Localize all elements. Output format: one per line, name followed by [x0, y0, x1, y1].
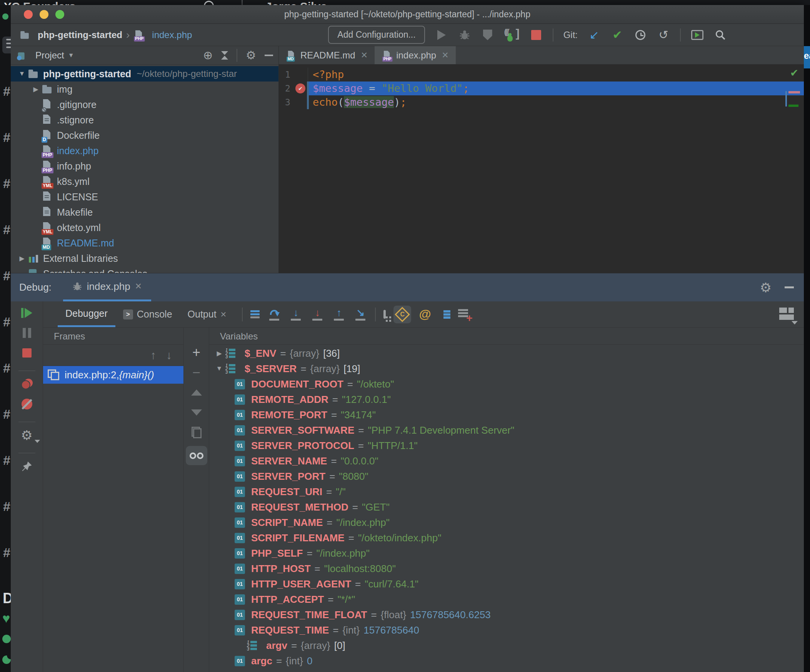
tree-item[interactable]: DDockerfile	[11, 128, 278, 143]
add-watch-icon[interactable]: +	[188, 346, 205, 359]
duplicate-icon[interactable]	[188, 426, 205, 439]
code-line[interactable]: 2✔$message = "Hello World";	[279, 81, 804, 95]
gutter[interactable]: 2✔	[279, 81, 308, 95]
revert-icon[interactable]: ↺	[657, 29, 670, 42]
close-icon[interactable]: ✕	[442, 51, 449, 61]
close-icon[interactable]: ✕	[361, 51, 368, 61]
search-everywhere-icon[interactable]	[714, 29, 727, 42]
debug-button[interactable]	[458, 29, 471, 42]
variable-row[interactable]: 01HTTP_ACCEPT="*/*"	[209, 592, 804, 607]
tab-debugger[interactable]: Debugger	[58, 301, 115, 327]
memory-view-icon[interactable]: @	[419, 307, 431, 322]
hide-panel-icon[interactable]	[265, 55, 273, 56]
close-icon[interactable]: ✕	[135, 281, 142, 291]
variable-row[interactable]: argv={array}[0]	[209, 638, 804, 653]
breadcrumb-project[interactable]: php-getting-started	[38, 30, 122, 40]
stripe-change-mark[interactable]	[788, 104, 798, 107]
hide-panel-icon[interactable]	[785, 286, 794, 288]
force-step-into-icon[interactable]: ↓	[310, 308, 324, 322]
resume-program-icon[interactable]	[19, 305, 35, 321]
tree-item[interactable]: ▶External Libraries	[11, 251, 278, 266]
stripe-breakpoint-mark[interactable]	[788, 91, 800, 93]
tree-item[interactable]: Scratches and Consoles	[11, 266, 278, 273]
tab-output[interactable]: Output✕	[180, 301, 235, 327]
move-down-icon[interactable]	[188, 406, 205, 419]
stripe-caret-mark[interactable]	[785, 91, 787, 106]
variable-row[interactable]: 01SCRIPT_NAME="/index.php"	[209, 515, 804, 530]
tree-item[interactable]: PHPindex.php	[11, 143, 278, 158]
locate-file-icon[interactable]: ⊕	[203, 50, 213, 61]
tree-item[interactable]: ▶img	[11, 81, 278, 97]
variable-row[interactable]: 01REQUEST_URI="/"	[209, 484, 804, 499]
tree-item[interactable]: PHPinfo.php	[11, 158, 278, 174]
code-line[interactable]: 1<?php	[279, 67, 804, 81]
run-button[interactable]	[435, 29, 448, 42]
attach-to-process-icon[interactable]: (((]	[504, 29, 520, 42]
tree-item[interactable]: Makefile	[11, 204, 278, 220]
variable-row[interactable]: 01REQUEST_METHOD="GET"	[209, 499, 804, 515]
variable-row[interactable]: 01REQUEST_TIME_FLOAT={float}1576785640.6…	[209, 607, 804, 622]
editor-tab-readme-md[interactable]: MDREADME.md✕	[279, 46, 375, 64]
pause-program-icon[interactable]	[19, 325, 35, 340]
pin-tab-icon[interactable]	[19, 459, 35, 474]
variable-row[interactable]: 01REMOTE_PORT="34174"	[209, 407, 804, 423]
close-icon[interactable]: ✕	[220, 310, 227, 319]
editor-tab-index-php[interactable]: PHPindex.php✕	[375, 46, 456, 64]
view-breakpoints-icon[interactable]	[19, 376, 35, 392]
breakpoint-icon[interactable]: ✔	[295, 83, 305, 93]
next-frame-icon[interactable]: ↓	[166, 349, 172, 362]
add-configuration-button[interactable]: Add Configuration...	[328, 26, 425, 44]
stop-icon[interactable]	[19, 345, 35, 360]
gear-icon[interactable]: ⚙	[760, 282, 771, 293]
code-editor[interactable]: 1<?php2✔$message = "Hello World";3echo($…	[279, 65, 804, 273]
run-anything-icon[interactable]	[691, 29, 704, 42]
quick-evaluate-icon[interactable]: C	[393, 306, 411, 323]
git-commit-icon[interactable]: ✔	[611, 29, 624, 42]
mute-breakpoints-icon[interactable]	[19, 396, 35, 412]
variable-row[interactable]: 01argc={int}0	[209, 653, 804, 669]
menu-icon[interactable]	[2, 37, 11, 54]
evaluate-expression-icon[interactable]	[383, 311, 386, 318]
collapse-all-icon[interactable]	[221, 51, 228, 60]
tab-console[interactable]: >Console	[115, 301, 180, 327]
tree-item[interactable]: LICENSE	[11, 189, 278, 204]
chevron-right-icon[interactable]: ▶	[16, 254, 28, 263]
step-out-icon[interactable]: ↑	[332, 308, 346, 322]
chevron-right-icon[interactable]: ▶	[213, 349, 225, 357]
variable-row[interactable]: 01REMOTE_ADDR="127.0.0.1"	[209, 392, 804, 407]
code-line[interactable]: 3echo($message);	[279, 95, 804, 109]
gutter[interactable]: 3	[279, 95, 308, 109]
debug-settings-gear-icon[interactable]: ⚙	[19, 428, 35, 443]
project-view-title[interactable]: Project	[35, 50, 64, 61]
variable-row[interactable]: 01HTTP_HOST="localhost:8080"	[209, 561, 804, 576]
variable-row[interactable]: 01SCRIPT_FILENAME="/okteto/index.php"	[209, 530, 804, 546]
show-execution-point-icon[interactable]	[250, 309, 260, 320]
variable-row[interactable]: 01REQUEST_TIME={int}1576785640	[209, 622, 804, 638]
step-into-icon[interactable]: ↓	[289, 308, 303, 322]
tree-item[interactable]: MDREADME.md	[11, 235, 278, 251]
variable-row[interactable]: 01SERVER_PORT="8080"	[209, 469, 804, 484]
stop-button[interactable]	[530, 29, 543, 42]
variable-row[interactable]: 01HTTP_USER_AGENT="curl/7.64.1"	[209, 576, 804, 592]
run-with-coverage-icon[interactable]	[481, 29, 494, 42]
tree-item[interactable]: YMLk8s.yml	[11, 174, 278, 189]
inspections-ok-icon[interactable]: ✔	[791, 66, 798, 79]
chevron-right-icon[interactable]: ▶	[30, 85, 42, 93]
history-clock-icon[interactable]	[634, 29, 647, 42]
breadcrumb-file[interactable]: index.php	[152, 30, 192, 40]
git-update-icon[interactable]: ↙	[588, 29, 601, 42]
variable-row[interactable]: 01PHP_SELF="/index.php"	[209, 546, 804, 561]
tree-item[interactable]: ▼php-getting-started~/okteto/php-getting…	[11, 66, 278, 81]
chevron-down-icon[interactable]: ▼	[213, 365, 225, 372]
add-to-watches-icon[interactable]: +	[458, 308, 471, 321]
frame-row[interactable]: index.php:2, {main}()	[43, 366, 184, 384]
variable-row[interactable]: 01SERVER_PROTOCOL="HTTP/1.1"	[209, 438, 804, 453]
move-up-icon[interactable]	[188, 386, 205, 399]
gear-icon[interactable]: ⚙	[246, 50, 256, 61]
step-over-icon[interactable]	[267, 308, 281, 322]
debug-session-tab[interactable]: index.php ✕	[63, 273, 151, 301]
tree-item[interactable]: .gitignore	[11, 97, 278, 112]
gutter[interactable]: 1	[279, 67, 308, 81]
chevron-down-icon[interactable]: ▼	[16, 70, 28, 77]
previous-frame-icon[interactable]: ↑	[150, 349, 156, 362]
